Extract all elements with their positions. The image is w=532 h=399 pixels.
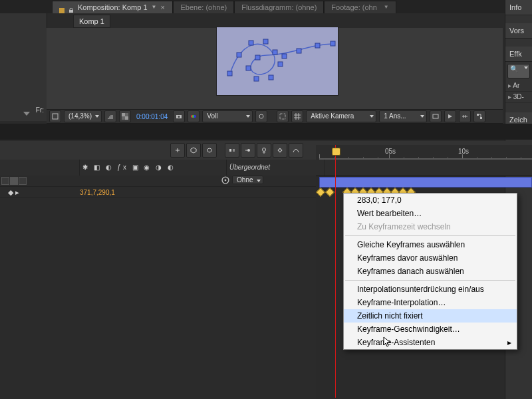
camera-dropdown[interactable]: Aktive Kamera (306, 110, 376, 122)
svg-rect-15 (331, 41, 335, 46)
tab-layer[interactable]: Ebene: (ohne) (173, 1, 234, 13)
resolution-icon[interactable] (104, 110, 116, 122)
svg-rect-2 (227, 71, 232, 76)
lock-icon (68, 5, 74, 10)
show-channel-icon[interactable] (188, 110, 200, 122)
svg-point-26 (259, 114, 263, 118)
effects-search[interactable] (507, 64, 530, 78)
close-icon[interactable]: × (160, 1, 166, 13)
graph-editor-icon[interactable] (289, 143, 303, 158)
panel-tab-effects[interactable]: Effk (505, 47, 532, 62)
svg-rect-14 (315, 43, 320, 48)
tab-flowchart[interactable]: Flussdiagramm: (ohne) (234, 1, 324, 13)
motion-blur-icon[interactable] (241, 143, 255, 158)
menu-item-rove-across-time[interactable]: Zeitlich nicht fixiert (344, 309, 517, 323)
menu-item-keyframe-assistant[interactable]: Keyframe-Assistenten (344, 336, 517, 349)
auto-keyframe-icon[interactable] (273, 143, 287, 158)
comp-mini-flowchart-icon[interactable] (170, 143, 185, 158)
zoom-dropdown[interactable]: (14,3%) (64, 110, 102, 122)
alpha-mode-dropdown[interactable]: Voll (202, 110, 253, 122)
roi-icon[interactable] (277, 110, 289, 122)
layer-duration-bar[interactable] (319, 177, 532, 188)
cti-head[interactable] (332, 148, 340, 156)
svg-rect-1 (69, 10, 73, 13)
comp-minitab[interactable]: Komp 1 (73, 15, 110, 28)
parent-dropdown[interactable]: Ohne (232, 176, 263, 184)
svg-rect-0 (59, 8, 65, 13)
svg-rect-5 (263, 39, 268, 44)
menu-separator (345, 235, 515, 236)
tab-color-swatch (59, 5, 65, 10)
panel-tab-info[interactable]: Info (505, 0, 532, 15)
layer-row[interactable]: Ohne (0, 176, 316, 187)
views-dropdown[interactable]: 1 Ans... (379, 110, 427, 122)
menu-item-select-after[interactable]: Keyframes danach auswählen (344, 265, 517, 278)
property-row-position[interactable]: ◆ ▸ 371,7,290,1 (0, 187, 316, 198)
current-time-indicator[interactable] (335, 145, 336, 398)
av-columns (0, 160, 80, 176)
keyframe-marker[interactable] (316, 188, 325, 197)
tab-label: Komposition: Komp 1 (78, 1, 148, 13)
svg-rect-17 (53, 114, 58, 119)
svg-rect-10 (246, 66, 251, 70)
grid-icon[interactable] (291, 110, 303, 122)
mouse-cursor-icon (383, 336, 392, 350)
menu-item-keyframe-interpolation[interactable]: Keyframe-Interpolation… (344, 296, 517, 309)
document-tabstrip: Komposition: Komp 1 ▼ × Ebene: (ohne) Fl… (0, 0, 532, 13)
svg-rect-29 (477, 114, 479, 116)
menu-separator (345, 280, 515, 281)
chevron-down-icon[interactable]: ▼ (384, 1, 389, 13)
svg-rect-13 (297, 49, 301, 53)
exposure-icon[interactable] (255, 110, 267, 122)
frame-label: Fr: (36, 106, 44, 114)
ruler-tick-label: 05s (385, 148, 396, 155)
menu-item-select-before[interactable]: Keyframes davor auswählen (344, 251, 517, 265)
svg-point-25 (194, 115, 196, 118)
brainstorm-icon[interactable] (257, 143, 271, 158)
position-value[interactable]: 371,7,290,1 (78, 189, 115, 196)
menu-item-keyframe-velocity[interactable]: Keyframe-Geschwindigkeit… (344, 323, 517, 336)
keyframe-marker[interactable] (325, 188, 334, 197)
svg-rect-36 (278, 148, 282, 152)
always-preview-icon[interactable] (49, 110, 61, 122)
panel-tab-preview[interactable]: Vors (505, 23, 532, 39)
effects-category[interactable]: Ar (505, 80, 532, 92)
shy-icon[interactable] (202, 143, 217, 158)
menu-item-toggle-hold[interactable]: Interpolationsunterdrückung ein/aus (344, 283, 517, 296)
svg-rect-19 (122, 113, 125, 116)
svg-rect-27 (280, 114, 285, 119)
svg-rect-12 (282, 54, 287, 59)
svg-rect-4 (249, 41, 253, 45)
layer-switches[interactable] (0, 176, 78, 186)
effects-category[interactable]: 3D- (505, 92, 532, 103)
snapshot-icon[interactable] (173, 110, 185, 122)
comp-flowchart-icon[interactable] (473, 110, 485, 122)
svg-rect-7 (278, 62, 283, 66)
pickwhip-icon[interactable] (221, 176, 230, 185)
frame-blend-icon[interactable] (225, 143, 239, 158)
keyframe-context-menu: 283,0; 177,0 Wert bearbeiten… Zu Keyfram… (343, 193, 517, 350)
menu-item-edit-value[interactable]: Wert bearbeiten… (344, 207, 517, 220)
menu-item-select-same[interactable]: Gleiche Keyframes auswählen (344, 238, 517, 251)
pixel-aspect-icon[interactable] (430, 110, 442, 122)
draft3d-icon[interactable] (186, 143, 201, 158)
chevron-down-icon[interactable]: ▼ (152, 1, 157, 13)
comp-canvas[interactable] (216, 27, 338, 96)
svg-rect-28 (433, 114, 438, 118)
svg-rect-8 (269, 75, 273, 80)
time-ruler[interactable]: 05s 10s (316, 145, 532, 160)
viewer-controls: (14,3%) 0:00:01:04 Voll Aktive Kamera 1 … (47, 109, 503, 124)
panel-menu-icon[interactable] (23, 112, 30, 116)
switch-icon: ✱ ◧ ◐ ƒx ▣ ◉ ◑ ◐ (82, 164, 176, 171)
menu-item-value[interactable]: 283,0; 177,0 (344, 194, 517, 207)
svg-point-34 (247, 149, 250, 152)
tab-footage[interactable]: Footage: (ohn▼ (324, 1, 396, 13)
timeline-icon[interactable] (459, 110, 471, 122)
transparency-grid-icon[interactable] (119, 110, 131, 122)
ruler-tick-label: 10s (458, 148, 469, 155)
timecode-display[interactable]: 0:00:01:04 (134, 113, 170, 120)
svg-rect-32 (229, 149, 231, 152)
tab-composition[interactable]: Komposition: Komp 1 ▼ × (52, 1, 173, 13)
fast-previews-icon[interactable] (444, 110, 456, 122)
svg-rect-3 (237, 53, 241, 57)
